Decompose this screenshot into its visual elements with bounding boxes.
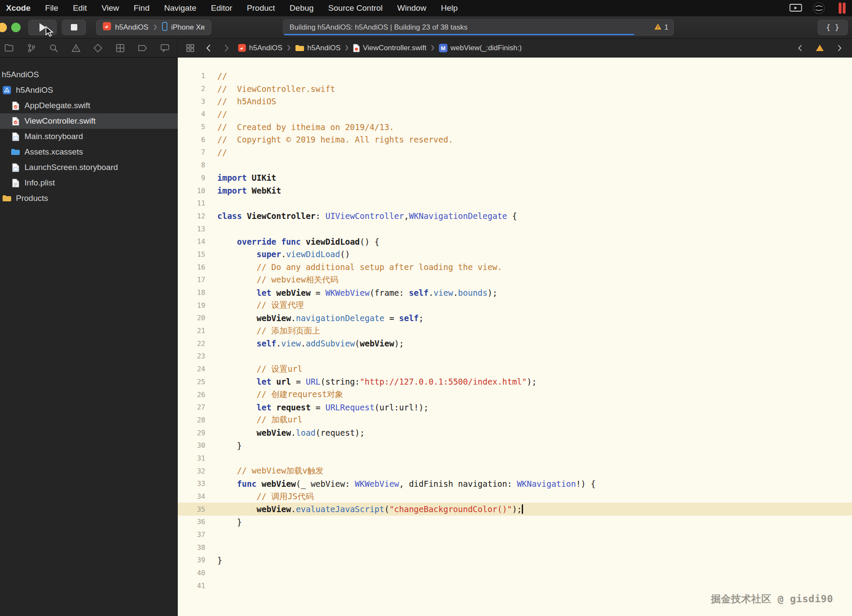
issues-navigator-icon[interactable]: [70, 42, 82, 55]
debug-navigator-icon[interactable]: [114, 42, 127, 55]
sidebar-item-h5andios[interactable]: h5AndiOS: [0, 82, 178, 98]
line-number: 13: [178, 225, 205, 233]
code-line-11[interactable]: 11: [178, 197, 852, 210]
sidebar-item-main-storyboard[interactable]: Main.storyboard: [0, 129, 178, 144]
reports-navigator-icon[interactable]: [158, 42, 171, 55]
code-line-40[interactable]: 40: [178, 567, 852, 580]
code-line-8[interactable]: 8: [178, 159, 852, 172]
code-line-23[interactable]: 23: [178, 350, 852, 363]
code-line-28[interactable]: 28 // 加载url: [178, 414, 852, 427]
next-issue-button[interactable]: [833, 42, 846, 55]
code-text: //: [205, 71, 227, 81]
search-navigator-icon[interactable]: [47, 42, 60, 55]
code-line-16[interactable]: 16 // Do any additional setup after load…: [178, 261, 852, 273]
jump-bar-warning-icon[interactable]: [813, 42, 826, 55]
menu-editor[interactable]: Editor: [204, 3, 240, 13]
code-line-20[interactable]: 20 webView.navigationDelegate = self;: [178, 312, 852, 325]
run-button[interactable]: [28, 20, 57, 35]
code-line-14[interactable]: 14 override func viewDidLoad() {: [178, 235, 852, 248]
menu-view[interactable]: View: [94, 3, 126, 13]
menu-product[interactable]: Product: [240, 3, 282, 13]
code-area[interactable]: 1//2// ViewController.swift3// h5AndiOS4…: [178, 58, 852, 592]
code-line-41[interactable]: 41: [178, 580, 852, 592]
menu-source-control[interactable]: Source Control: [321, 3, 390, 13]
sidebar-item-appdelegate-swift[interactable]: AppDelegate.swift: [0, 98, 178, 113]
code-line-6[interactable]: 6// Copyright © 2019 heima. All rights r…: [178, 133, 852, 146]
code-line-13[interactable]: 13: [178, 222, 852, 235]
sidebar-item-info-plist[interactable]: Info.plist: [0, 175, 178, 191]
code-line-12[interactable]: 12class ViewController: UIViewController…: [178, 210, 852, 223]
breadcrumb-h5andios[interactable]: h5AndiOS: [295, 44, 341, 52]
code-line-21[interactable]: 21 // 添加到页面上: [178, 325, 852, 337]
code-line-15[interactable]: 15 super.viewDidLoad(): [178, 248, 852, 261]
sidebar-item-h5andios[interactable]: h5AndiOS: [0, 67, 178, 82]
code-line-22[interactable]: 22 self.view.addSubview(webView);: [178, 337, 852, 350]
tests-navigator-icon[interactable]: [91, 42, 104, 55]
menu-navigate[interactable]: Navigate: [157, 3, 204, 13]
code-line-9[interactable]: 9import UIKit: [178, 172, 852, 185]
sidebar-item-products[interactable]: Products: [0, 191, 178, 206]
menu-file[interactable]: File: [38, 3, 66, 13]
code-line-34[interactable]: 34 // 调用JS代码: [178, 490, 852, 503]
code-line-2[interactable]: 2// ViewController.swift: [178, 82, 852, 95]
sidebar-item-viewcontroller-swift[interactable]: ViewController.swift: [0, 113, 178, 129]
back-button[interactable]: [202, 42, 215, 55]
navigation-row: h5AndiOSh5AndiOSViewController.swiftMweb…: [0, 39, 852, 58]
source-control-navigator-icon[interactable]: [25, 42, 38, 55]
minimize-button[interactable]: [0, 23, 7, 32]
zoom-button[interactable]: [11, 23, 21, 32]
menu-find[interactable]: Find: [126, 3, 157, 13]
code-line-7[interactable]: 7//: [178, 146, 852, 159]
breadcrumb-viewcontroller-swift[interactable]: ViewController.swift: [353, 44, 426, 52]
code-line-38[interactable]: 38: [178, 541, 852, 554]
code-line-37[interactable]: 37: [178, 528, 852, 541]
code-line-29[interactable]: 29 webView.load(request);: [178, 426, 852, 439]
project-icon: [2, 86, 12, 94]
code-line-4[interactable]: 4//: [178, 108, 852, 121]
code-text: webView.load(request);: [205, 428, 365, 437]
code-line-31[interactable]: 31: [178, 452, 852, 465]
menu-xcode[interactable]: Xcode: [6, 3, 38, 13]
previous-issue-button[interactable]: [794, 42, 806, 55]
scheme-selector[interactable]: h5AndiOS iPhone Xʀ: [96, 20, 211, 35]
related-items-icon[interactable]: [184, 42, 197, 55]
red-bars-icon[interactable]: [836, 2, 849, 15]
screen-mirroring-icon[interactable]: [789, 2, 802, 15]
menu-window[interactable]: Window: [390, 3, 434, 13]
build-progress-bar: [283, 34, 634, 35]
menu-edit[interactable]: Edit: [66, 3, 94, 13]
code-line-5[interactable]: 5// Created by itheima on 2019/4/13.: [178, 121, 852, 134]
code-line-27[interactable]: 27 let request = URLRequest(url:url!);: [178, 401, 852, 414]
code-line-32[interactable]: 32 // webView加载v触发: [178, 464, 852, 477]
code-line-1[interactable]: 1//: [178, 70, 852, 82]
sidebar-item-label: LaunchScreen.storyboard: [24, 163, 118, 172]
code-line-30[interactable]: 30 }: [178, 439, 852, 452]
menu-debug[interactable]: Debug: [282, 3, 321, 13]
forward-button[interactable]: [220, 42, 233, 55]
dark-globe-icon[interactable]: [812, 2, 825, 15]
code-line-17[interactable]: 17 // webview相关代码: [178, 273, 852, 286]
code-line-39[interactable]: 39}: [178, 554, 852, 567]
sidebar-item-assets-xcassets[interactable]: Assets.xcassets: [0, 144, 178, 160]
breadcrumb-h5andios[interactable]: h5AndiOS: [238, 44, 283, 52]
code-line-26[interactable]: 26 // 创建requrest对象: [178, 388, 852, 401]
sidebar-item-launchscreen-storyboard[interactable]: LaunchScreen.storyboard: [0, 160, 178, 175]
project-navigator-icon[interactable]: [3, 42, 15, 55]
warning-badge[interactable]: 1: [654, 20, 668, 35]
editor-toggle-button[interactable]: { }: [818, 20, 848, 35]
code-line-36[interactable]: 36 }: [178, 516, 852, 528]
code-line-19[interactable]: 19 // 设置代理: [178, 299, 852, 312]
code-line-24[interactable]: 24 // 设置url: [178, 363, 852, 376]
sidebar-item-label: h5AndiOS: [16, 85, 53, 95]
code-line-33[interactable]: 33 func webView(_ webView: WKWebView, di…: [178, 477, 852, 490]
code-line-3[interactable]: 3// h5AndiOS: [178, 95, 852, 108]
code-line-18[interactable]: 18 let webView = WKWebView(frame: self.v…: [178, 286, 852, 299]
code-line-35[interactable]: 35 webView.evaluateJavaScript("changeBac…: [178, 503, 852, 516]
code-line-25[interactable]: 25 let url = URL(string:"http://127.0.0.…: [178, 376, 852, 388]
breakpoints-navigator-icon[interactable]: [136, 42, 149, 55]
stop-button[interactable]: [62, 20, 86, 35]
code-line-10[interactable]: 10import WebKit: [178, 184, 852, 197]
line-number: 23: [178, 352, 205, 360]
menu-help[interactable]: Help: [434, 3, 465, 13]
breadcrumb-webview-didfinish[interactable]: MwebView(_:didFinish:): [439, 44, 522, 52]
